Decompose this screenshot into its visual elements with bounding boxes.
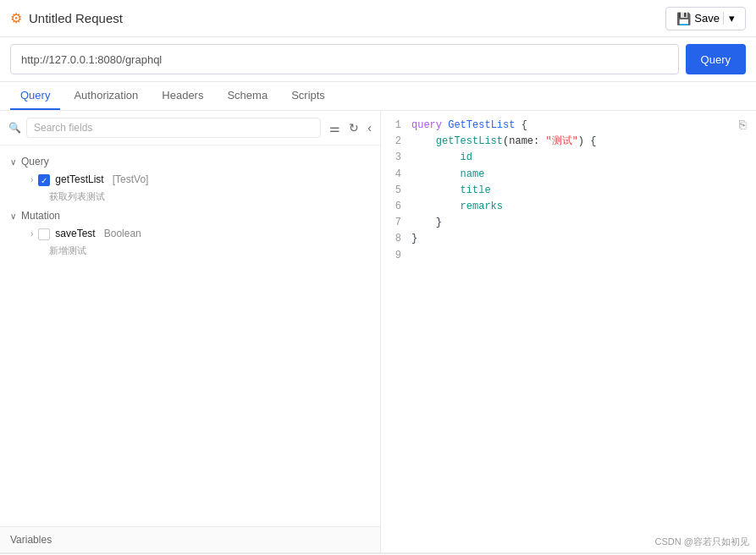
query-section-header[interactable]: ∨ Query (0, 152, 380, 171)
url-bar: Query (0, 37, 756, 82)
get-test-list-checkbox[interactable]: ✓ (38, 174, 50, 186)
query-button[interactable]: Query (686, 44, 746, 74)
checkmark-icon: ✓ (41, 176, 47, 185)
right-panel: ⎘ 1 query GetTestList { 2 getTestList(na… (381, 111, 756, 552)
code-line-2: 2 getTestList(name: "测试") { (381, 134, 756, 150)
get-test-list-desc: 获取列表测试 (10, 189, 380, 206)
save-test-type: Boolean (104, 228, 141, 239)
gear-icon: ⚙ (10, 10, 22, 26)
top-tabs: Query Authorization Headers Schema Scrip… (0, 82, 756, 111)
code-line-3: 3 id (381, 150, 756, 166)
search-icon: 🔍 (8, 122, 21, 134)
code-line-6: 6 remarks (381, 199, 756, 215)
copy-icon[interactable]: ⎘ (739, 118, 746, 131)
collapse-icon[interactable]: ‹ (367, 121, 372, 135)
variables-label: Variables (10, 534, 52, 546)
code-line-7: 7 } (381, 215, 756, 231)
tab-scripts[interactable]: Scripts (281, 82, 335, 110)
variables-bar[interactable]: Variables (0, 526, 380, 552)
code-line-9: 9 (381, 248, 756, 264)
get-test-list-label: getTestList (55, 173, 103, 185)
code-editor[interactable]: 1 query GetTestList { 2 getTestList(name… (381, 111, 756, 552)
mutation-section-label: Mutation (21, 210, 60, 222)
save-section: 💾 Save ▾ (665, 7, 746, 30)
save-icon: 💾 (676, 12, 691, 25)
tab-headers[interactable]: Headers (152, 82, 213, 110)
search-bar: 🔍 ⚌ ↻ ‹ (0, 111, 380, 146)
code-line-8: 8 } (381, 231, 756, 247)
url-input[interactable] (10, 44, 679, 74)
save-dropdown-arrow[interactable]: ▾ (723, 12, 735, 25)
save-test-checkbox[interactable] (38, 228, 50, 240)
tree-area: ∨ Query › ✓ getTestList [TestVo] 获取列表测试 … (0, 146, 380, 526)
search-input[interactable] (26, 118, 321, 138)
item-chevron: › (30, 175, 33, 184)
mutation-chevron-icon: ∨ (10, 212, 16, 221)
get-test-list-type: [TestVo] (113, 173, 149, 185)
save-test-desc: 新增测试 (10, 243, 380, 261)
mutation-item-chevron: › (30, 229, 33, 239)
mutation-section-header[interactable]: ∨ Mutation (0, 206, 380, 225)
code-line-5: 5 title (381, 183, 756, 199)
code-line-1: 1 query GetTestList { (381, 118, 756, 134)
page-title: Untitled Request (29, 11, 123, 25)
app-header: ⚙ Untitled Request 💾 Save ▾ (0, 0, 756, 37)
list-item: › saveTest Boolean (10, 225, 380, 243)
refresh-icon[interactable]: ↻ (349, 121, 359, 135)
query-item-container: › ✓ getTestList [TestVo] 获取列表测试 (0, 171, 380, 206)
save-button[interactable]: 💾 Save ▾ (665, 7, 746, 30)
code-line-4: 4 name (381, 167, 756, 183)
tab-schema[interactable]: Schema (217, 82, 278, 110)
mutation-item-container: › saveTest Boolean 新增测试 (0, 225, 380, 261)
chevron-down-icon: ∨ (10, 157, 16, 167)
tab-query[interactable]: Query (10, 82, 60, 110)
header-left: ⚙ Untitled Request (10, 10, 123, 26)
tab-authorization[interactable]: Authorization (63, 82, 148, 110)
main-content: 🔍 ⚌ ↻ ‹ ∨ Query › ✓ getTestList [TestVo] (0, 111, 756, 552)
watermark: CSDN @容若只如初见 (655, 536, 749, 548)
list-item: › ✓ getTestList [TestVo] (10, 171, 380, 189)
filter-icon[interactable]: ⚌ (329, 121, 340, 135)
save-test-label: saveTest (55, 228, 95, 239)
left-panel: 🔍 ⚌ ↻ ‹ ∨ Query › ✓ getTestList [TestVo] (0, 111, 381, 552)
query-section-label: Query (21, 156, 49, 168)
